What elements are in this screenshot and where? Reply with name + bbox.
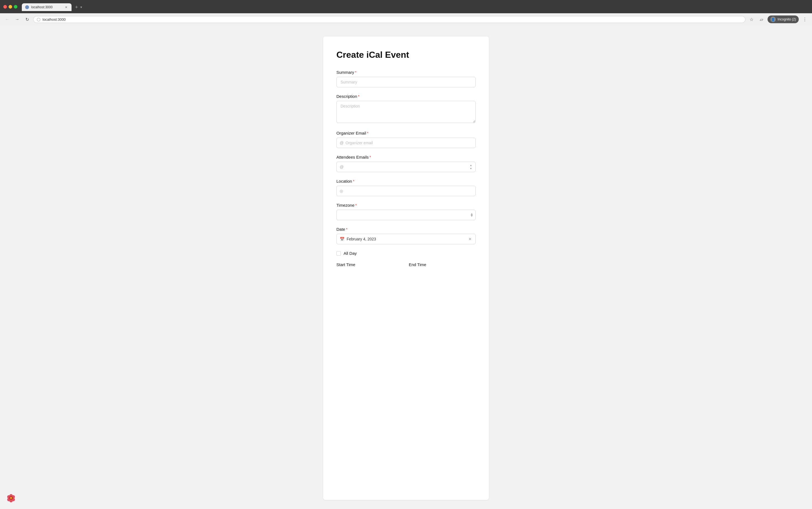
- organizer-email-group: Organizer Email * @: [336, 131, 476, 148]
- time-row: Start Time End Time: [336, 262, 476, 276]
- description-required: *: [358, 94, 359, 99]
- browser-chrome: localhost:3000 ✕ + ▾ ← → ↻ ◯ localhost:3…: [0, 0, 812, 26]
- address-bar[interactable]: ◯ localhost:3000: [33, 16, 745, 23]
- browser-toolbar: ← → ↻ ◯ localhost:3000 ☆ ▱ 👤 Incognito (…: [0, 13, 812, 26]
- url-display: localhost:3000: [42, 18, 742, 22]
- tab-close-button[interactable]: ✕: [64, 5, 68, 9]
- reload-button[interactable]: ↻: [23, 15, 31, 23]
- incognito-label: Incognito (2): [777, 18, 796, 21]
- date-input-wrapper: 📅 ✕: [336, 234, 476, 244]
- active-tab[interactable]: localhost:3000 ✕: [22, 3, 72, 11]
- end-time-label: End Time: [409, 262, 476, 267]
- summary-label: Summary *: [336, 70, 476, 75]
- date-group: Date * 📅 ✕: [336, 227, 476, 244]
- date-input[interactable]: [336, 234, 476, 244]
- location-input-wrapper: ◎: [336, 186, 476, 196]
- attendees-emails-group: Attendees Emails * @ ▲ ▼: [336, 155, 476, 172]
- location-required: *: [353, 179, 354, 183]
- tab-favicon: [25, 5, 29, 9]
- timezone-label: Timezone *: [336, 203, 476, 207]
- attendees-spinner[interactable]: ▲ ▼: [469, 164, 473, 170]
- maximize-button[interactable]: [14, 5, 17, 8]
- close-button[interactable]: [3, 5, 7, 8]
- all-day-group: All Day: [336, 251, 476, 256]
- attendees-emails-input[interactable]: [336, 162, 476, 172]
- attendees-spinner-up[interactable]: ▲: [469, 164, 473, 167]
- timezone-select[interactable]: America/New_York America/Chicago America…: [336, 210, 476, 220]
- organizer-email-required: *: [367, 131, 368, 135]
- start-time-label: Start Time: [336, 262, 403, 267]
- svg-point-7: [10, 497, 12, 499]
- end-time-group: End Time: [409, 262, 476, 269]
- organizer-email-input-wrapper: @: [336, 138, 476, 148]
- all-day-label[interactable]: All Day: [343, 251, 357, 256]
- description-input[interactable]: [336, 101, 476, 123]
- browser-titlebar: localhost:3000 ✕ + ▾: [0, 0, 812, 13]
- window-controls: [3, 5, 17, 8]
- tab-title: localhost:3000: [31, 5, 62, 9]
- tab-expand-button[interactable]: ▾: [80, 5, 82, 9]
- page-title: Create iCal Event: [336, 50, 476, 60]
- incognito-button[interactable]: 👤 Incognito (2): [768, 15, 799, 23]
- new-tab-button[interactable]: +: [73, 3, 80, 11]
- location-input[interactable]: [336, 186, 476, 196]
- split-view-button[interactable]: ▱: [758, 15, 765, 23]
- organizer-email-label: Organizer Email *: [336, 131, 476, 135]
- organizer-email-input[interactable]: [336, 138, 476, 148]
- form-card: Create iCal Event Summary * Description …: [323, 36, 489, 500]
- location-group: Location * ◎: [336, 179, 476, 196]
- location-label: Location *: [336, 179, 476, 183]
- attendees-spinner-down[interactable]: ▼: [469, 167, 473, 170]
- date-clear-button[interactable]: ✕: [467, 236, 473, 242]
- date-required: *: [346, 227, 347, 232]
- all-day-checkbox[interactable]: [336, 251, 341, 256]
- timezone-select-wrapper: America/New_York America/Chicago America…: [336, 210, 476, 220]
- summary-required: *: [355, 70, 356, 75]
- minimize-button[interactable]: [8, 5, 12, 8]
- incognito-icon: 👤: [770, 16, 776, 22]
- menu-button[interactable]: ⋮: [801, 15, 809, 23]
- attendees-emails-required: *: [370, 155, 371, 160]
- start-time-group: Start Time: [336, 262, 403, 269]
- summary-group: Summary *: [336, 70, 476, 87]
- toolbar-actions: ☆ ▱ 👤 Incognito (2) ⋮: [748, 15, 809, 23]
- description-label: Description *: [336, 94, 476, 99]
- app-logo: [5, 493, 16, 504]
- tab-bar: localhost:3000 ✕ + ▾: [20, 3, 84, 11]
- lock-icon: ◯: [37, 18, 40, 21]
- attendees-emails-inner: @: [336, 162, 476, 172]
- back-button[interactable]: ←: [3, 15, 11, 23]
- attendees-emails-label: Attendees Emails *: [336, 155, 476, 160]
- attendees-emails-input-wrapper: @ ▲ ▼: [336, 162, 476, 172]
- timezone-group: Timezone * America/New_York America/Chic…: [336, 203, 476, 220]
- page-content: Create iCal Event Summary * Description …: [0, 26, 812, 509]
- bookmark-button[interactable]: ☆: [748, 15, 755, 23]
- summary-input[interactable]: [336, 77, 476, 87]
- description-group: Description *: [336, 94, 476, 124]
- forward-button[interactable]: →: [13, 15, 21, 23]
- timezone-required: *: [355, 203, 357, 207]
- date-label: Date *: [336, 227, 476, 232]
